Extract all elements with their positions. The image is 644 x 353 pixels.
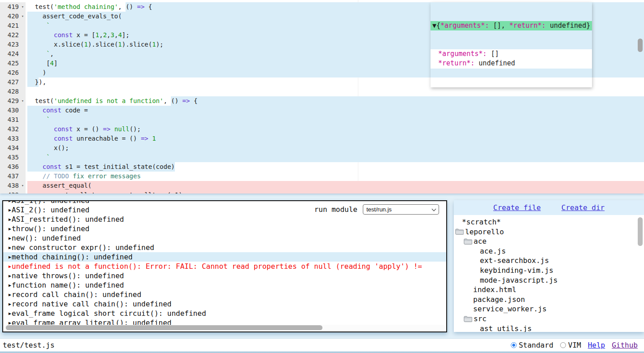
keybinding-vim-option[interactable]: VIM [560, 341, 581, 349]
code-line[interactable]: 439 const call_tree = root_calltree(s1) [0, 190, 644, 194]
test-result-item[interactable]: ▶new(): undefined [3, 233, 446, 243]
code-line[interactable]: 435 ` [0, 153, 644, 162]
line-gutter[interactable]: 425 [0, 59, 26, 68]
code-line[interactable]: 432 const x = () => null(); [0, 125, 644, 134]
line-gutter[interactable]: 429▾ [0, 96, 26, 106]
expand-arrow-icon[interactable]: ▶ [9, 224, 11, 233]
help-link[interactable]: Help [588, 341, 605, 349]
tree-folder-item[interactable]: leporello [454, 227, 644, 237]
line-gutter[interactable]: 426 [0, 68, 26, 77]
tree-file-item[interactable]: mode-javascript.js [454, 276, 644, 285]
fold-arrow-icon[interactable]: ▾ [20, 12, 26, 21]
code-line[interactable]: 437 // TODO fix error messages [0, 172, 644, 181]
test-result-item[interactable]: ▶native throws(): undefined [3, 271, 446, 280]
line-gutter[interactable]: 427 [0, 77, 26, 87]
line-gutter[interactable]: 431 [0, 115, 26, 125]
expand-arrow-icon[interactable]: ▶ [9, 252, 11, 262]
editor-scrollbar[interactable] [638, 39, 643, 52]
expand-arrow-icon[interactable]: ▶ [9, 271, 11, 280]
tree-file-item[interactable]: index.html [454, 285, 644, 295]
code-line-content[interactable]: assert_equal( [26, 181, 644, 190]
file-tree-list[interactable]: *scratch*leporelloaceace.jsext-searchbox… [454, 215, 644, 332]
code-line[interactable]: 428 [0, 87, 644, 96]
code-line-content[interactable] [26, 87, 644, 96]
fold-arrow-icon[interactable]: ▾ [20, 2, 26, 12]
expand-arrow-icon[interactable]: ▶ [9, 201, 11, 205]
value-tooltip-row[interactable]: *return*: undefined [434, 59, 587, 68]
code-line[interactable]: 438▾ assert_equal( [0, 181, 644, 190]
code-line-content[interactable]: const call_tree = root_calltree(s1) [26, 190, 644, 194]
code-line-content[interactable]: const s1 = test_initial_state(code) [26, 162, 644, 172]
create-file-link[interactable]: Create file [493, 203, 541, 212]
code-line[interactable]: 430 const code = [0, 106, 644, 115]
line-gutter[interactable]: 436 [0, 162, 26, 172]
test-result-item[interactable]: ▶new constructor expr(): undefined [3, 243, 446, 252]
test-results-list[interactable]: ▶ASI_1(): undefined▶ASI_2(): undefined▶A… [3, 201, 446, 327]
tree-file-item[interactable]: package.json [454, 295, 644, 305]
value-tooltip-row[interactable]: *arguments*: [] [434, 49, 587, 59]
tree-file-item[interactable]: ace.js [454, 246, 644, 256]
results-horizontal-scrollbar[interactable] [4, 325, 445, 331]
line-gutter[interactable]: 433 [0, 134, 26, 143]
tree-folder-item[interactable]: src [454, 314, 644, 324]
expand-arrow-icon[interactable]: ▶ [9, 215, 11, 224]
code-line[interactable]: 429▾ test('undefined is not a function',… [0, 96, 644, 106]
fold-arrow-icon[interactable]: ▾ [20, 96, 26, 106]
expand-arrow-icon[interactable]: ▶ [9, 280, 11, 290]
line-gutter[interactable]: 419▾ [0, 2, 26, 12]
test-result-item[interactable]: ▶method chaining(): undefined [3, 252, 446, 262]
keybinding-standard-option[interactable]: Standard [511, 341, 553, 349]
code-line[interactable]: 436 const s1 = test_initial_state(code) [0, 162, 644, 172]
line-gutter[interactable]: 435 [0, 153, 26, 162]
line-gutter[interactable]: 439 [0, 190, 26, 194]
test-result-item[interactable]: ▶undefined is not a function(): Error: F… [3, 262, 446, 271]
create-dir-link[interactable]: Create dir [561, 203, 605, 212]
tree-file-item[interactable]: *scratch* [454, 217, 644, 227]
code-line-content[interactable]: ` [26, 153, 644, 162]
value-tooltip-header[interactable]: ▼{*arguments*: [], *return*: undefined} [431, 21, 592, 30]
radio-selected-icon[interactable] [511, 342, 517, 348]
line-gutter[interactable]: 430 [0, 106, 26, 115]
expand-arrow-icon[interactable]: ▶ [9, 233, 11, 243]
tree-file-item[interactable]: keybinding-vim.js [454, 266, 644, 276]
tree-file-item[interactable]: ast_utils.js [454, 324, 644, 332]
expand-arrow-icon[interactable]: ▶ [9, 205, 11, 215]
test-result-item[interactable]: ▶ASI_restrited(): undefined [3, 215, 446, 224]
results-horizontal-scrollbar-thumb[interactable] [6, 325, 322, 330]
test-result-item[interactable]: ▶eval_frame logical short circuit(): und… [3, 309, 446, 318]
code-line-content[interactable]: test('undefined is not a function', () =… [26, 96, 644, 106]
line-gutter[interactable]: 420▾ [0, 12, 26, 21]
line-gutter[interactable]: 422 [0, 30, 26, 40]
code-line-content[interactable]: const x = () => null(); [26, 125, 644, 134]
expand-arrow-icon[interactable]: ▶ [9, 299, 11, 309]
line-gutter[interactable]: 423 [0, 40, 26, 49]
line-gutter[interactable]: 438▾ [0, 181, 26, 190]
test-result-item[interactable]: ▶throw(): undefined [3, 224, 446, 233]
tree-file-item[interactable]: ext-searchbox.js [454, 256, 644, 266]
code-line[interactable]: 434 x(); [0, 143, 644, 153]
code-line-content[interactable]: // TODO fix error messages [26, 172, 644, 181]
line-gutter[interactable]: 437 [0, 172, 26, 181]
line-gutter[interactable]: 434 [0, 143, 26, 153]
expand-arrow-icon[interactable]: ▶ [9, 309, 11, 318]
line-gutter[interactable]: 421 [0, 21, 26, 30]
expand-arrow-icon[interactable]: ▶ [9, 243, 11, 252]
line-gutter[interactable]: 432 [0, 125, 26, 134]
test-result-item[interactable]: ▶record call chain(): undefined [3, 290, 446, 299]
run-module-select[interactable]: test/run.js [363, 204, 439, 215]
radio-unselected-icon[interactable] [560, 342, 566, 348]
test-result-item[interactable]: ▶record native call chain(): undefined [3, 299, 446, 309]
code-line[interactable]: 433 const unreachable = () => 1 [0, 134, 644, 143]
line-gutter[interactable]: 424 [0, 49, 26, 59]
code-line-content[interactable]: x(); [26, 143, 644, 153]
code-line-content[interactable]: ` [26, 115, 644, 125]
value-tooltip[interactable]: ▼{*arguments*: [], *return*: undefined} … [431, 2, 592, 87]
test-result-item[interactable]: ▶function name(): undefined [3, 280, 446, 290]
code-line[interactable]: 431 ` [0, 115, 644, 125]
expand-arrow-icon[interactable]: ▶ [9, 262, 11, 271]
line-gutter[interactable]: 428 [0, 87, 26, 96]
expand-arrow-icon[interactable]: ▶ [9, 290, 11, 299]
file-tree-scrollbar[interactable] [638, 217, 643, 246]
code-line-content[interactable]: const unreachable = () => 1 [26, 134, 644, 143]
fold-arrow-icon[interactable]: ▾ [20, 181, 26, 190]
